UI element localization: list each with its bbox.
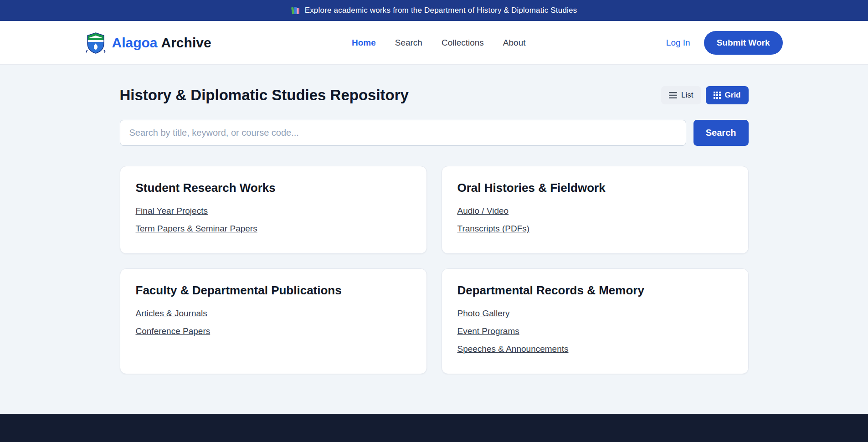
main-content: History & Diplomatic Studies Repository … [0,65,868,414]
brand-name-primary: Alagoa [112,35,158,50]
nav-item-about[interactable]: About [503,38,526,48]
search-input[interactable] [120,120,686,146]
grid-view-button[interactable]: Grid [706,86,749,104]
card-title: Departmental Records & Memory [457,283,733,298]
login-link[interactable]: Log In [666,38,690,48]
banner-text: Explore academic works from the Departme… [305,6,577,15]
card-faculty-departmental-publications: Faculty & Departmental Publications Arti… [120,268,427,374]
site-header: AlagoaArchive Home Search Collections Ab… [0,21,868,65]
grid-icon [714,92,721,99]
card-link-event-programs[interactable]: Event Programs [457,326,519,336]
brand-logo[interactable]: AlagoaArchive [86,32,211,54]
announcement-banner: Explore academic works from the Departme… [0,0,868,21]
card-title: Student Research Works [136,181,411,195]
card-link-conference-papers[interactable]: Conference Papers [136,326,211,336]
list-view-button[interactable]: List [661,86,701,104]
card-link-transcripts-pdfs[interactable]: Transcripts (PDFs) [457,224,530,234]
card-title: Faculty & Departmental Publications [136,283,411,298]
card-oral-histories-fieldwork: Oral Histories & Fieldwork Audio / Video… [442,166,749,254]
nav-item-search[interactable]: Search [395,38,422,48]
card-student-research-works: Student Research Works Final Year Projec… [120,166,427,254]
nav-item-collections[interactable]: Collections [442,38,484,48]
card-link-term-papers[interactable]: Term Papers & Seminar Papers [136,224,257,234]
card-link-audio-video[interactable]: Audio / Video [457,206,509,216]
card-link-photo-gallery[interactable]: Photo Gallery [457,308,510,319]
list-icon [669,92,677,98]
card-title: Oral Histories & Fieldwork [457,181,733,195]
category-cards: Student Research Works Final Year Projec… [120,166,749,374]
university-crest-icon [86,32,106,54]
submit-work-button[interactable]: Submit Work [704,31,783,55]
card-departmental-records-memory: Departmental Records & Memory Photo Gall… [442,268,749,374]
page-title: History & Diplomatic Studies Repository [120,87,409,104]
header-actions: Log In Submit Work [666,31,783,55]
card-link-articles-journals[interactable]: Articles & Journals [136,308,207,319]
view-toggle: List Grid [661,86,748,104]
search-bar: Search [120,120,749,146]
books-icon [291,6,300,15]
site-footer: About Welcome to Prof E.J Alagoa Reposit… [0,414,868,442]
brand-name: AlagoaArchive [112,35,211,51]
main-nav: Home Search Collections About [352,38,526,48]
grid-view-label: Grid [725,91,741,100]
search-button[interactable]: Search [693,120,749,146]
nav-item-home[interactable]: Home [352,38,376,48]
card-link-speeches-announcements[interactable]: Speeches & Announcements [457,344,569,354]
brand-name-secondary: Archive [161,35,211,50]
card-link-final-year-projects[interactable]: Final Year Projects [136,206,208,216]
list-view-label: List [681,91,693,100]
